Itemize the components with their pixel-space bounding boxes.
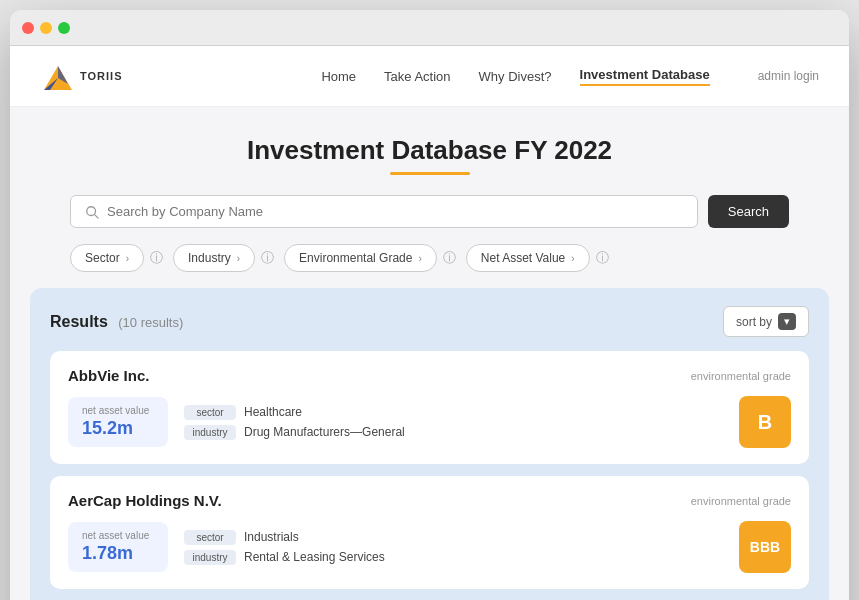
industry-tag: industry: [184, 550, 236, 565]
nav-home[interactable]: Home: [321, 69, 356, 84]
results-header: Results (10 results) sort by ▾: [50, 306, 809, 337]
nav-box: net asset value 15.2m: [68, 397, 168, 447]
page-header: Investment Database FY 2022: [10, 107, 849, 195]
company-card-aercap: AerCap Holdings N.V. environmental grade…: [50, 476, 809, 589]
logo-text: TORIIS: [80, 70, 122, 82]
card-body: net asset value 15.2m sector Healthcare …: [68, 396, 791, 448]
industry-row: industry Drug Manufacturers—General: [184, 425, 405, 440]
page-content: TORIIS Home Take Action Why Divest? Inve…: [10, 46, 849, 600]
card-header: AbbVie Inc. environmental grade: [68, 367, 791, 384]
titlebar: [10, 10, 849, 46]
minimize-button[interactable]: [40, 22, 52, 34]
nav-value: 1.78m: [82, 543, 154, 564]
nav-info-icon[interactable]: ⓘ: [596, 249, 609, 267]
industry-value: Drug Manufacturers—General: [244, 425, 405, 439]
filters-bar: Sector › ⓘ Industry › ⓘ Environmental Gr…: [10, 244, 849, 288]
app-window: TORIIS Home Take Action Why Divest? Inve…: [10, 10, 849, 600]
nav-value: 15.2m: [82, 418, 154, 439]
industry-tag: industry: [184, 425, 236, 440]
nav-investment-database[interactable]: Investment Database: [580, 67, 710, 86]
search-input[interactable]: [107, 204, 683, 219]
search-button[interactable]: Search: [708, 195, 789, 228]
maximize-button[interactable]: [58, 22, 70, 34]
results-panel: Results (10 results) sort by ▾ AbbVie In…: [30, 288, 829, 600]
company-name: AbbVie Inc.: [68, 367, 149, 384]
search-input-wrap: [70, 195, 698, 228]
env-grade-info-icon[interactable]: ⓘ: [443, 249, 456, 267]
sector-row: sector Healthcare: [184, 405, 405, 420]
title-underline: [390, 172, 470, 175]
meta-info: sector Industrials industry Rental & Lea…: [184, 530, 385, 565]
sector-row: sector Industrials: [184, 530, 385, 545]
search-bar: Search: [10, 195, 849, 244]
grade-badge: BBB: [739, 521, 791, 573]
nav-take-action[interactable]: Take Action: [384, 69, 451, 84]
filter-sector[interactable]: Sector ›: [70, 244, 144, 272]
nav-label: net asset value: [82, 530, 154, 541]
filter-nav[interactable]: Net Asset Value ›: [466, 244, 590, 272]
results-title-wrap: Results (10 results): [50, 313, 183, 331]
industry-row: industry Rental & Leasing Services: [184, 550, 385, 565]
grade-badge: B: [739, 396, 791, 448]
logo-icon: [40, 58, 76, 94]
company-card-abbvie: AbbVie Inc. environmental grade net asse…: [50, 351, 809, 464]
traffic-lights: [22, 22, 70, 34]
chevron-right-icon: ›: [126, 253, 129, 264]
logo: TORIIS: [40, 58, 122, 94]
admin-login-link[interactable]: admin login: [758, 69, 819, 83]
nav-links: Home Take Action Why Divest? Investment …: [321, 67, 819, 86]
card-header: AerCap Holdings N.V. environmental grade: [68, 492, 791, 509]
chevron-right-icon: ›: [571, 253, 574, 264]
results-title: Results: [50, 313, 108, 330]
sort-button[interactable]: sort by ▾: [723, 306, 809, 337]
sector-value: Industrials: [244, 530, 299, 544]
sort-dropdown-icon: ▾: [778, 313, 796, 330]
results-count: (10 results): [118, 315, 183, 330]
card-body: net asset value 1.78m sector Industrials…: [68, 521, 791, 573]
industry-value: Rental & Leasing Services: [244, 550, 385, 564]
chevron-right-icon: ›: [418, 253, 421, 264]
company-name: AerCap Holdings N.V.: [68, 492, 222, 509]
svg-line-4: [95, 214, 99, 218]
close-button[interactable]: [22, 22, 34, 34]
filter-env-grade[interactable]: Environmental Grade ›: [284, 244, 437, 272]
page-title: Investment Database FY 2022: [10, 135, 849, 166]
meta-info: sector Healthcare industry Drug Manufact…: [184, 405, 405, 440]
search-icon: [85, 205, 99, 219]
sector-tag: sector: [184, 405, 236, 420]
sector-info-icon[interactable]: ⓘ: [150, 249, 163, 267]
nav-box: net asset value 1.78m: [68, 522, 168, 572]
nav-label: net asset value: [82, 405, 154, 416]
industry-info-icon[interactable]: ⓘ: [261, 249, 274, 267]
env-grade-label: environmental grade: [691, 495, 791, 507]
sector-tag: sector: [184, 530, 236, 545]
env-grade-label: environmental grade: [691, 370, 791, 382]
sector-value: Healthcare: [244, 405, 302, 419]
chevron-right-icon: ›: [237, 253, 240, 264]
filter-industry[interactable]: Industry ›: [173, 244, 255, 272]
navbar: TORIIS Home Take Action Why Divest? Inve…: [10, 46, 849, 107]
nav-why-divest[interactable]: Why Divest?: [479, 69, 552, 84]
